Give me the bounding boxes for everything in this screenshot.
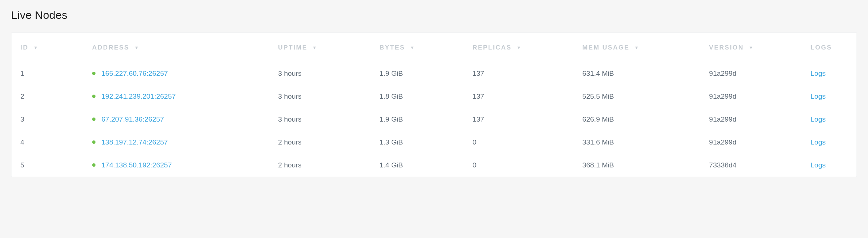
node-address-link[interactable]: 174.138.50.192:26257: [101, 161, 172, 169]
cell-uptime: 3 hours: [269, 85, 371, 108]
sort-caret-icon: ▼: [749, 45, 754, 50]
cell-id: 4: [11, 131, 83, 154]
cell-replicas: 137: [463, 85, 573, 108]
cell-id: 5: [11, 154, 83, 177]
logs-link[interactable]: Logs: [811, 138, 826, 146]
node-address-link[interactable]: 165.227.60.76:26257: [101, 69, 168, 78]
cell-bytes: 1.4 GiB: [371, 154, 463, 177]
table-header-row: ID ▼ ADDRESS ▼ UPTIME ▼ BYTES ▼: [11, 33, 857, 62]
live-nodes-table: ID ▼ ADDRESS ▼ UPTIME ▼ BYTES ▼: [11, 33, 857, 177]
cell-logs: Logs: [802, 108, 857, 131]
cell-mem-usage: 525.5 MiB: [573, 85, 700, 108]
cell-bytes: 1.9 GiB: [371, 108, 463, 131]
cell-uptime: 2 hours: [269, 131, 371, 154]
table-row: 1165.227.60.76:262573 hours1.9 GiB137631…: [11, 62, 857, 85]
col-header-mem-usage[interactable]: MEM USAGE ▼: [573, 33, 700, 62]
col-header-version[interactable]: VERSION ▼: [700, 33, 802, 62]
cell-bytes: 1.3 GiB: [371, 131, 463, 154]
sort-caret-icon: ▼: [517, 45, 522, 50]
logs-link[interactable]: Logs: [811, 92, 826, 100]
logs-link[interactable]: Logs: [811, 115, 826, 123]
table-row: 367.207.91.36:262573 hours1.9 GiB137626.…: [11, 108, 857, 131]
logs-link[interactable]: Logs: [811, 161, 826, 169]
cell-mem-usage: 331.6 MiB: [573, 131, 700, 154]
table-row: 5174.138.50.192:262572 hours1.4 GiB0368.…: [11, 154, 857, 177]
status-dot-icon: [92, 163, 95, 167]
cell-address: 174.138.50.192:26257: [83, 154, 269, 177]
col-header-bytes[interactable]: BYTES ▼: [371, 33, 463, 62]
col-header-logs: LOGS: [802, 33, 857, 62]
col-header-label: UPTIME: [278, 44, 307, 51]
cell-replicas: 137: [463, 62, 573, 85]
table-row: 2192.241.239.201:262573 hours1.8 GiB1375…: [11, 85, 857, 108]
status-dot-icon: [92, 140, 95, 144]
status-dot-icon: [92, 95, 95, 98]
col-header-label: ID: [20, 44, 29, 51]
col-header-address[interactable]: ADDRESS ▼: [83, 33, 269, 62]
col-header-id[interactable]: ID ▼: [11, 33, 83, 62]
cell-replicas: 0: [463, 154, 573, 177]
col-header-label: MEM USAGE: [582, 44, 629, 51]
sort-caret-icon: ▼: [410, 45, 415, 50]
col-header-replicas[interactable]: REPLICAS ▼: [463, 33, 573, 62]
cell-bytes: 1.8 GiB: [371, 85, 463, 108]
page-title: Live Nodes: [11, 9, 857, 21]
cell-version: 73336d4: [700, 154, 802, 177]
node-address-link[interactable]: 138.197.12.74:26257: [101, 138, 168, 146]
node-address-link[interactable]: 192.241.239.201:26257: [101, 92, 176, 101]
cell-address: 138.197.12.74:26257: [83, 131, 269, 154]
cell-id: 3: [11, 108, 83, 131]
cell-uptime: 2 hours: [269, 154, 371, 177]
cell-version: 91a299d: [700, 62, 802, 85]
node-address-link[interactable]: 67.207.91.36:26257: [101, 115, 164, 123]
col-header-label: ADDRESS: [92, 44, 130, 51]
cell-address: 67.207.91.36:26257: [83, 108, 269, 131]
cell-id: 1: [11, 62, 83, 85]
table-row: 4138.197.12.74:262572 hours1.3 GiB0331.6…: [11, 131, 857, 154]
cell-address: 192.241.239.201:26257: [83, 85, 269, 108]
cell-version: 91a299d: [700, 85, 802, 108]
col-header-uptime[interactable]: UPTIME ▼: [269, 33, 371, 62]
cell-version: 91a299d: [700, 108, 802, 131]
cell-bytes: 1.9 GiB: [371, 62, 463, 85]
cell-replicas: 137: [463, 108, 573, 131]
status-dot-icon: [92, 72, 95, 75]
status-dot-icon: [92, 118, 95, 121]
cell-mem-usage: 631.4 MiB: [573, 62, 700, 85]
cell-uptime: 3 hours: [269, 108, 371, 131]
cell-mem-usage: 368.1 MiB: [573, 154, 700, 177]
sort-caret-icon: ▼: [134, 45, 140, 50]
cell-id: 2: [11, 85, 83, 108]
cell-logs: Logs: [802, 154, 857, 177]
cell-uptime: 3 hours: [269, 62, 371, 85]
cell-logs: Logs: [802, 131, 857, 154]
cell-logs: Logs: [802, 85, 857, 108]
sort-caret-icon: ▼: [312, 45, 318, 50]
col-header-label: LOGS: [811, 44, 832, 51]
col-header-label: VERSION: [709, 44, 744, 51]
sort-caret-icon: ▼: [33, 45, 38, 50]
cell-mem-usage: 626.9 MiB: [573, 108, 700, 131]
logs-link[interactable]: Logs: [811, 69, 826, 77]
cell-logs: Logs: [802, 62, 857, 85]
cell-replicas: 0: [463, 131, 573, 154]
cell-version: 91a299d: [700, 131, 802, 154]
col-header-label: BYTES: [379, 44, 405, 51]
sort-caret-icon: ▼: [634, 45, 640, 50]
col-header-label: REPLICAS: [472, 44, 512, 51]
cell-address: 165.227.60.76:26257: [83, 62, 269, 85]
